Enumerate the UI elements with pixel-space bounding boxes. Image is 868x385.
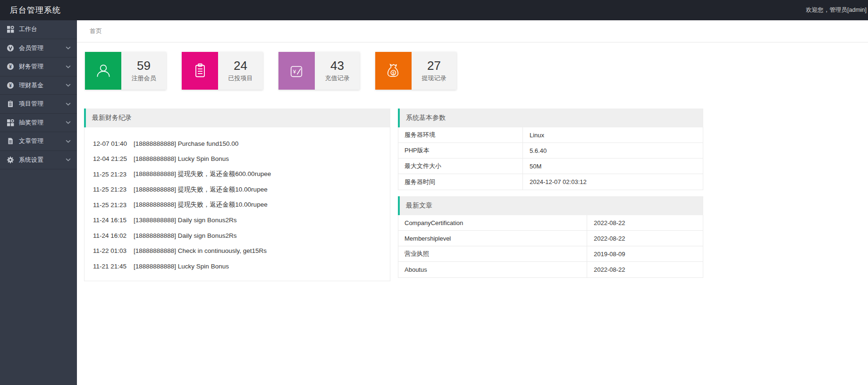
sidebar-item-label: 工作台 (19, 25, 71, 33)
finance-record-row: 11-25 21:23[18888888888] 提现失败，返还金额10.00r… (84, 197, 390, 213)
svg-text:¥: ¥ (9, 64, 12, 69)
record-time: 11-25 21:23 (93, 201, 134, 209)
top-bar: 后台管理系统 欢迎您，管理员[admin] (0, 0, 868, 20)
stat-value: 43 (330, 59, 344, 73)
record-time: 12-04 21:25 (93, 155, 134, 162)
stat-card-recharge-records[interactable]: ¥ 43 充值记录 (278, 52, 360, 90)
record-text: [18888888888] 提现失败，返还金额10.00rupee (134, 185, 268, 194)
project-clipboard-icon (6, 100, 14, 108)
stat-card-registered-members[interactable]: 59 注册会员 (85, 52, 166, 90)
sidebar-item-settings[interactable]: 系统设置 (0, 151, 77, 170)
user-icon (85, 52, 121, 90)
recharge-icon: ¥ (278, 52, 315, 90)
sidebar-item-members[interactable]: 会员管理 (0, 39, 77, 58)
sidebar-item-label: 文章管理 (19, 137, 66, 145)
svg-text:$: $ (392, 70, 395, 75)
stat-card-invested-projects[interactable]: 24 已投项目 (182, 52, 263, 90)
sidebar-item-label: 抽奖管理 (19, 118, 66, 127)
article-title: 营业执照 (398, 246, 587, 261)
finance-record-row: 11-22 01:03[18888888888] Check in contin… (84, 243, 390, 259)
sidebar-item-label: 系统设置 (19, 156, 66, 164)
param-value: 2024-12-07 02:03:12 (523, 174, 587, 190)
app-title: 后台管理系统 (10, 5, 61, 16)
table-row: PHP版本 5.6.40 (398, 143, 703, 159)
record-text: [18888888888] Lucky Spin Bonus (134, 155, 229, 162)
finance-record-row: 12-07 01:40[18888888888] Purchase fund15… (84, 136, 390, 151)
panel-title: 最新财务纪录 (84, 109, 390, 127)
stat-label: 充值记录 (325, 74, 350, 83)
article-date: 2022-08-22 (587, 231, 625, 246)
fund-yen-icon: ¥ (6, 81, 14, 89)
sidebar-item-lottery[interactable]: 抽奖管理 (0, 114, 77, 133)
table-row: 服务器环境 Linux (398, 127, 703, 143)
breadcrumb: 首页 (77, 20, 868, 42)
article-date: 2022-08-22 (587, 262, 625, 277)
chevron-down-icon (66, 158, 71, 161)
finance-record-row: 11-24 16:02[18888888888] Daily sign Bonu… (84, 228, 390, 243)
sidebar-item-label: 项目管理 (19, 100, 66, 108)
sidebar-item-label: 财务管理 (19, 62, 66, 71)
record-text: [13888888888] Daily sign Bonus2Rs (134, 217, 236, 224)
record-text: [18888888888] 提现失败，返还金额600.00rupee (134, 170, 271, 178)
svg-text:¥: ¥ (9, 83, 12, 88)
article-date: 2019-08-09 (587, 246, 625, 261)
record-time: 11-21 21:45 (93, 263, 134, 270)
stat-value: 24 (234, 59, 247, 73)
finance-record-row: 11-25 21:23[18888888888] 提现失败，返还金额10.00r… (84, 182, 390, 198)
article-title: CompanyCertification (398, 215, 587, 230)
finance-yen-icon: ¥ (6, 63, 14, 71)
sidebar: 工作台 会员管理 ¥ 财务管理 ¥ 理财基金 (0, 20, 77, 385)
param-value: 5.6.40 (523, 143, 547, 158)
sidebar-item-funds[interactable]: ¥ 理财基金 (0, 76, 77, 95)
param-label: 服务器环境 (398, 127, 523, 142)
param-value: Linux (523, 127, 544, 142)
finance-records-panel: 最新财务纪录 12-07 01:40[18888888888] Purchase… (84, 109, 390, 281)
record-time: 11-24 16:02 (93, 232, 134, 239)
latest-articles-table: CompanyCertification 2022-08-22 Membersh… (398, 215, 703, 278)
chevron-down-icon (66, 65, 71, 68)
chevron-down-icon (66, 121, 71, 124)
chevron-down-icon (66, 140, 71, 143)
sidebar-item-label: 会员管理 (19, 44, 66, 52)
member-circle-icon (6, 44, 14, 52)
sidebar-item-label: 理财基金 (19, 81, 66, 90)
main-content: 首页 59 注册会员 24 已投项目 (77, 20, 868, 385)
settings-gear-icon (6, 156, 14, 164)
article-title: Aboutus (398, 262, 587, 277)
stat-value: 27 (427, 59, 441, 73)
table-row: CompanyCertification 2022-08-22 (398, 215, 703, 231)
stat-value: 59 (137, 59, 151, 73)
breadcrumb-home-link[interactable]: 首页 (90, 27, 102, 35)
record-time: 11-25 21:23 (93, 171, 134, 178)
sidebar-item-articles[interactable]: 文章管理 (0, 132, 77, 151)
sidebar-item-projects[interactable]: 项目管理 (0, 95, 77, 114)
param-label: PHP版本 (398, 143, 523, 158)
table-row: Membershiplevel 2022-08-22 (398, 231, 703, 246)
record-time: 11-24 16:15 (93, 217, 134, 224)
record-text: [18888888888] Check in continuously, get… (134, 247, 267, 254)
record-text: [18888888888] Lucky Spin Bonus (134, 263, 229, 270)
svg-text:¥: ¥ (293, 68, 296, 74)
stat-label: 提现记录 (422, 74, 447, 83)
article-title: Membershiplevel (398, 231, 587, 246)
record-time: 11-25 21:23 (93, 186, 134, 193)
moneybag-icon: $ (375, 52, 412, 90)
dashboard-grid-icon (6, 25, 14, 33)
record-text: [18888888888] Purchase fund150.00 (134, 140, 238, 147)
finance-records-list: 12-07 01:40[18888888888] Purchase fund15… (84, 127, 390, 281)
finance-record-row: 11-21 21:45[18888888888] Lucky Spin Bonu… (84, 259, 390, 274)
record-text: [18888888888] Daily sign Bonus2Rs (134, 232, 236, 239)
param-label: 服务器时间 (398, 174, 523, 190)
finance-record-row: 11-25 21:23[18888888888] 提现失败，返还金额600.00… (84, 167, 390, 182)
stat-label: 注册会员 (132, 74, 156, 83)
stat-label: 已投项目 (228, 74, 253, 83)
stat-card-withdraw-records[interactable]: $ 27 提现记录 (375, 52, 456, 90)
stat-cards-row: 59 注册会员 24 已投项目 ¥ (85, 52, 456, 90)
sidebar-item-workbench[interactable]: 工作台 (0, 20, 77, 39)
record-time: 11-22 01:03 (93, 247, 134, 254)
panel-title: 系统基本参数 (398, 109, 703, 127)
chevron-down-icon (66, 102, 71, 106)
panel-title: 最新文章 (398, 196, 703, 215)
sidebar-item-finance[interactable]: ¥ 财务管理 (0, 58, 77, 76)
right-column: 系统基本参数 服务器环境 Linux PHP版本 5.6.40 最大文件大小 5… (398, 109, 703, 278)
